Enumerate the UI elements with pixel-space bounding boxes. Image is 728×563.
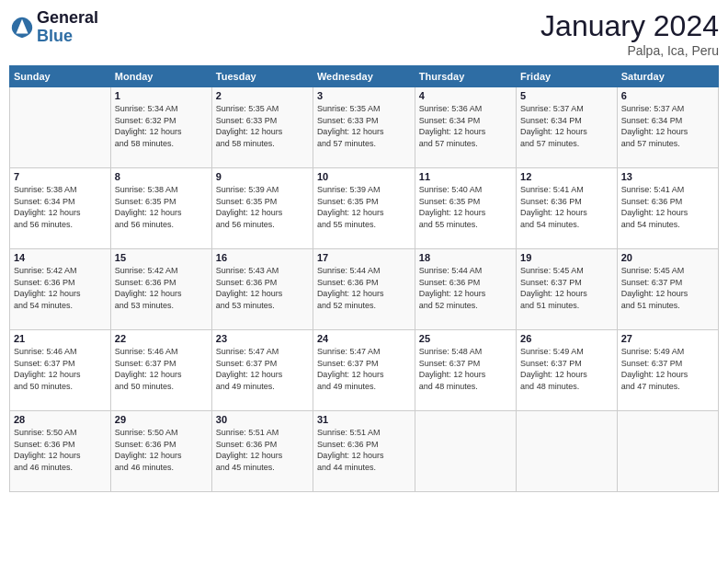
logo-icon [9, 15, 35, 40]
weekday-header-tuesday: Tuesday [211, 66, 313, 87]
day-number: 31 [317, 414, 411, 425]
day-number: 17 [317, 252, 411, 263]
calendar-cell: 5Sunrise: 5:37 AMSunset: 6:34 PMDaylight… [517, 87, 618, 168]
day-number: 27 [621, 333, 714, 344]
calendar-table: SundayMondayTuesdayWednesdayThursdayFrid… [9, 65, 719, 492]
calendar-cell: 1Sunrise: 5:34 AMSunset: 6:32 PMDaylight… [110, 87, 211, 168]
day-number: 4 [419, 90, 512, 101]
week-row-1: 1Sunrise: 5:34 AMSunset: 6:32 PMDaylight… [10, 87, 719, 168]
calendar-cell: 8Sunrise: 5:38 AMSunset: 6:35 PMDaylight… [110, 168, 211, 249]
day-number: 15 [115, 252, 208, 263]
weekday-header-friday: Friday [517, 66, 618, 87]
day-info: Sunrise: 5:45 AMSunset: 6:37 PMDaylight:… [520, 265, 613, 311]
day-number: 16 [216, 252, 309, 263]
day-number: 1 [115, 90, 208, 101]
day-info: Sunrise: 5:36 AMSunset: 6:34 PMDaylight:… [419, 103, 512, 149]
calendar-cell: 12Sunrise: 5:41 AMSunset: 6:36 PMDayligh… [517, 168, 618, 249]
calendar-cell: 17Sunrise: 5:44 AMSunset: 6:36 PMDayligh… [313, 249, 415, 330]
day-info: Sunrise: 5:48 AMSunset: 6:37 PMDaylight:… [419, 346, 512, 392]
day-info: Sunrise: 5:50 AMSunset: 6:36 PMDaylight:… [115, 427, 208, 473]
logo-text-general: General [37, 9, 98, 28]
day-number: 29 [115, 414, 208, 425]
day-info: Sunrise: 5:41 AMSunset: 6:36 PMDaylight:… [520, 184, 613, 230]
weekday-header-saturday: Saturday [617, 66, 718, 87]
day-info: Sunrise: 5:51 AMSunset: 6:36 PMDaylight:… [216, 427, 309, 473]
calendar-cell: 23Sunrise: 5:47 AMSunset: 6:37 PMDayligh… [211, 330, 313, 411]
day-info: Sunrise: 5:35 AMSunset: 6:33 PMDaylight:… [317, 103, 411, 149]
day-number: 23 [216, 333, 309, 344]
day-number: 25 [419, 333, 512, 344]
weekday-header-monday: Monday [110, 66, 211, 87]
week-row-2: 7Sunrise: 5:38 AMSunset: 6:34 PMDaylight… [10, 168, 719, 249]
weekday-header-thursday: Thursday [415, 66, 516, 87]
day-number: 20 [621, 252, 714, 263]
day-info: Sunrise: 5:49 AMSunset: 6:37 PMDaylight:… [621, 346, 714, 392]
logo: General Blue [9, 9, 98, 46]
day-info: Sunrise: 5:38 AMSunset: 6:34 PMDaylight:… [14, 184, 107, 230]
calendar-cell: 15Sunrise: 5:42 AMSunset: 6:36 PMDayligh… [110, 249, 211, 330]
weekday-header-wednesday: Wednesday [313, 66, 415, 87]
calendar-cell: 19Sunrise: 5:45 AMSunset: 6:37 PMDayligh… [517, 249, 618, 330]
day-info: Sunrise: 5:46 AMSunset: 6:37 PMDaylight:… [115, 346, 208, 392]
calendar-cell: 6Sunrise: 5:37 AMSunset: 6:34 PMDaylight… [617, 87, 718, 168]
day-info: Sunrise: 5:49 AMSunset: 6:37 PMDaylight:… [520, 346, 613, 392]
calendar-cell: 9Sunrise: 5:39 AMSunset: 6:35 PMDaylight… [211, 168, 313, 249]
calendar-cell: 25Sunrise: 5:48 AMSunset: 6:37 PMDayligh… [415, 330, 516, 411]
week-row-5: 28Sunrise: 5:50 AMSunset: 6:36 PMDayligh… [10, 411, 719, 492]
day-number: 12 [520, 171, 613, 182]
day-info: Sunrise: 5:39 AMSunset: 6:35 PMDaylight:… [317, 184, 411, 230]
calendar-cell: 27Sunrise: 5:49 AMSunset: 6:37 PMDayligh… [617, 330, 718, 411]
day-number: 8 [115, 171, 208, 182]
header: General Blue January 2024 Palpa, Ica, Pe… [9, 9, 719, 58]
day-info: Sunrise: 5:37 AMSunset: 6:34 PMDaylight:… [520, 103, 613, 149]
calendar-cell: 18Sunrise: 5:44 AMSunset: 6:36 PMDayligh… [415, 249, 516, 330]
calendar-cell [517, 411, 618, 492]
day-number: 24 [317, 333, 411, 344]
day-info: Sunrise: 5:34 AMSunset: 6:32 PMDaylight:… [115, 103, 208, 149]
day-number: 5 [520, 90, 613, 101]
calendar-cell: 30Sunrise: 5:51 AMSunset: 6:36 PMDayligh… [211, 411, 313, 492]
calendar-cell: 24Sunrise: 5:47 AMSunset: 6:37 PMDayligh… [313, 330, 415, 411]
day-number: 3 [317, 90, 411, 101]
calendar-cell [617, 411, 718, 492]
calendar-cell: 11Sunrise: 5:40 AMSunset: 6:35 PMDayligh… [415, 168, 516, 249]
day-info: Sunrise: 5:41 AMSunset: 6:36 PMDaylight:… [621, 184, 714, 230]
calendar-page: General Blue January 2024 Palpa, Ica, Pe… [0, 0, 728, 563]
calendar-cell: 7Sunrise: 5:38 AMSunset: 6:34 PMDaylight… [10, 168, 111, 249]
calendar-subtitle: Palpa, Ica, Peru [540, 43, 719, 58]
calendar-cell [415, 411, 516, 492]
day-number: 13 [621, 171, 714, 182]
day-info: Sunrise: 5:47 AMSunset: 6:37 PMDaylight:… [216, 346, 309, 392]
calendar-cell: 2Sunrise: 5:35 AMSunset: 6:33 PMDaylight… [211, 87, 313, 168]
calendar-body: 1Sunrise: 5:34 AMSunset: 6:32 PMDaylight… [10, 87, 719, 492]
day-number: 18 [419, 252, 512, 263]
day-number: 21 [14, 333, 107, 344]
day-number: 14 [14, 252, 107, 263]
day-info: Sunrise: 5:42 AMSunset: 6:36 PMDaylight:… [115, 265, 208, 311]
weekday-header-row: SundayMondayTuesdayWednesdayThursdayFrid… [10, 66, 719, 87]
day-number: 28 [14, 414, 107, 425]
day-info: Sunrise: 5:44 AMSunset: 6:36 PMDaylight:… [419, 265, 512, 311]
logo-text-blue: Blue [37, 28, 98, 46]
calendar-cell: 20Sunrise: 5:45 AMSunset: 6:37 PMDayligh… [617, 249, 718, 330]
day-number: 2 [216, 90, 309, 101]
day-info: Sunrise: 5:45 AMSunset: 6:37 PMDaylight:… [621, 265, 714, 311]
calendar-cell: 10Sunrise: 5:39 AMSunset: 6:35 PMDayligh… [313, 168, 415, 249]
day-info: Sunrise: 5:47 AMSunset: 6:37 PMDaylight:… [317, 346, 411, 392]
day-info: Sunrise: 5:46 AMSunset: 6:37 PMDaylight:… [14, 346, 107, 392]
day-info: Sunrise: 5:42 AMSunset: 6:36 PMDaylight:… [14, 265, 107, 311]
weekday-header-sunday: Sunday [10, 66, 111, 87]
calendar-cell: 26Sunrise: 5:49 AMSunset: 6:37 PMDayligh… [517, 330, 618, 411]
calendar-cell: 28Sunrise: 5:50 AMSunset: 6:36 PMDayligh… [10, 411, 111, 492]
day-info: Sunrise: 5:40 AMSunset: 6:35 PMDaylight:… [419, 184, 512, 230]
calendar-cell: 29Sunrise: 5:50 AMSunset: 6:36 PMDayligh… [110, 411, 211, 492]
day-number: 11 [419, 171, 512, 182]
week-row-4: 21Sunrise: 5:46 AMSunset: 6:37 PMDayligh… [10, 330, 719, 411]
day-number: 26 [520, 333, 613, 344]
calendar-cell: 31Sunrise: 5:51 AMSunset: 6:36 PMDayligh… [313, 411, 415, 492]
calendar-cell: 16Sunrise: 5:43 AMSunset: 6:36 PMDayligh… [211, 249, 313, 330]
title-block: January 2024 Palpa, Ica, Peru [540, 9, 719, 58]
calendar-cell: 14Sunrise: 5:42 AMSunset: 6:36 PMDayligh… [10, 249, 111, 330]
day-number: 19 [520, 252, 613, 263]
week-row-3: 14Sunrise: 5:42 AMSunset: 6:36 PMDayligh… [10, 249, 719, 330]
